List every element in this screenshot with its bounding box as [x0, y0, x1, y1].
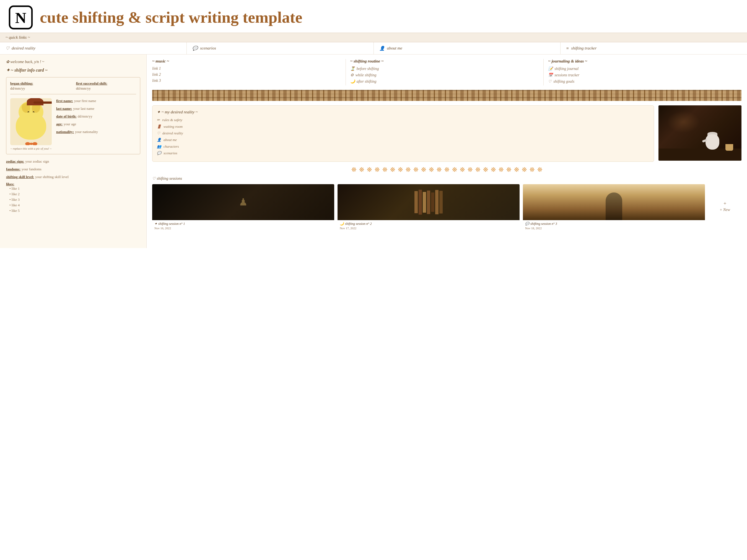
- book-spine: [419, 190, 422, 215]
- about-me-link[interactable]: 👤 about me: [157, 138, 649, 142]
- routine-section-title: ~ shifting routine ~: [350, 59, 539, 63]
- flower-icon: ❊: [475, 166, 480, 174]
- before-shifting-link[interactable]: ⏳ before shifting: [350, 66, 539, 71]
- shifter-info-title: ✦ ~ shifter info card ~: [6, 68, 140, 73]
- fandoms-field: fandoms: your fandoms: [6, 166, 140, 171]
- hourglass-icon: ⏳: [350, 66, 355, 71]
- desired-reality-section: ✦ ~ my desired reality ~ ✏ rules & safet…: [152, 105, 742, 162]
- sessions-tracker-link[interactable]: 📅 sessions tracker: [548, 73, 737, 77]
- session-card-2[interactable]: 🌙 shifting session n° 2 Nov 17, 2022: [337, 184, 520, 232]
- character-fields: first name: your first name last name: y…: [56, 98, 136, 137]
- heart-icon: ♡: [5, 46, 9, 51]
- rules-safety-link[interactable]: ✏ rules & safety: [157, 118, 649, 122]
- quick-link-about-me[interactable]: 👤 about me: [374, 42, 561, 54]
- scene-teapot: [704, 130, 721, 150]
- coffee-scene-image: [659, 105, 742, 161]
- flower-icon: ❊: [406, 166, 411, 174]
- arch-shape: [606, 192, 622, 220]
- nationality-field: nationality: your nationality: [56, 129, 136, 134]
- session-date-2: Nov 17, 2022: [340, 226, 517, 230]
- quick-link-scenarios[interactable]: 💬 scenarios: [187, 42, 374, 54]
- session-chat-icon: 💬: [525, 222, 529, 226]
- character-image-box: ~ replace this with a pic of you! ~: [10, 98, 52, 150]
- session-image-chess: ♟: [152, 184, 334, 220]
- age-field: age: your age: [56, 122, 136, 126]
- moon-icon: 🌙: [350, 79, 355, 84]
- session-name-2: 🌙 shifting session n° 2: [340, 222, 517, 226]
- flower-row: ❊ ❊ ❊ ❊ ❊ ❊ ❊ ❊ ❊ ❊ ❊ ❊ ❊ ❊ ❊ ❊ ❊ ❊ ❊ ❊ …: [152, 166, 742, 174]
- music-link-3[interactable]: link 3: [152, 79, 341, 83]
- dob-field: date of birth: dd/mm/yy: [56, 114, 136, 118]
- journal-icon: 📝: [548, 66, 553, 71]
- teapot-body: [705, 134, 719, 150]
- dog-hat: [27, 98, 44, 105]
- quick-link-desired-reality[interactable]: ♡ desired reality: [0, 42, 187, 54]
- likes-field: likes: like 1 like 2 like 3 like 4 like …: [6, 182, 140, 213]
- flower-icon: ❊: [421, 166, 426, 174]
- plus-icon: +: [723, 201, 726, 207]
- book-spine: [439, 191, 443, 213]
- characters-link[interactable]: 👥 characters: [157, 144, 649, 149]
- after-shifting-link[interactable]: 🌙 after shifting: [350, 79, 539, 84]
- flower-icon: ❊: [359, 166, 364, 174]
- shifting-journal-link[interactable]: 📝 shifting journal: [548, 66, 737, 71]
- session-info-1: ✦ shifting session n° 1 Nov 16, 2022: [152, 220, 334, 232]
- character-placeholder: [10, 98, 52, 145]
- quick-links-bar: ~ quick links ~: [0, 33, 747, 42]
- top-sections: ~ music ~ link 1 link 2 link 3 ~ shiftin…: [152, 59, 742, 85]
- music-section-title: ~ music ~: [152, 59, 341, 63]
- plaid-banner: [152, 90, 742, 101]
- scenarios-link[interactable]: 💬 scenarios: [157, 151, 649, 155]
- sessions-header: ♡ shifting sessions: [152, 176, 742, 181]
- while-shifting-link[interactable]: ⚙ while shifting: [350, 73, 539, 77]
- flower-icon: ❊: [429, 166, 434, 174]
- info-card: began shifting: dd/mm/yy first successfu…: [6, 77, 140, 154]
- characters-icon: 👥: [157, 144, 161, 149]
- desired-reality-link[interactable]: ♡ desired reality: [157, 131, 649, 135]
- session-name-3: 💬 shifting session n° 3: [525, 222, 703, 226]
- flower-icon: ❊: [460, 166, 465, 174]
- dog-body: [16, 112, 46, 140]
- flower-icon: ❊: [498, 166, 504, 174]
- session-card-1[interactable]: ♟ ✦ shifting session n° 1 Nov 16, 2022: [152, 184, 334, 232]
- arch-illustration: [523, 184, 705, 220]
- journaling-section: ~ journaling & ideas ~ 📝 shifting journa…: [544, 59, 742, 85]
- quick-link-shifting-tracker[interactable]: ≡ shifting tracker: [561, 42, 747, 54]
- session-date-3: Nov 18, 2022: [525, 226, 703, 230]
- session-date-1: Nov 16, 2022: [154, 226, 332, 230]
- user-icon: 👤: [379, 46, 385, 51]
- door-icon: 🚪: [157, 125, 161, 129]
- pompom-dog-illustration: [13, 101, 49, 142]
- journaling-section-title: ~ journaling & ideas ~: [548, 59, 737, 63]
- waiting-room-link[interactable]: 🚪 waiting room: [157, 125, 649, 129]
- music-link-1[interactable]: link 1: [152, 66, 341, 71]
- new-session-button[interactable]: + + New: [708, 184, 742, 229]
- flower-icon: ❊: [506, 166, 511, 174]
- book-spine: [427, 190, 430, 214]
- page-title: cute shifting & script writing template: [40, 8, 302, 26]
- desired-reality-card: ✦ ~ my desired reality ~ ✏ rules & safet…: [152, 105, 654, 162]
- list-item: like 5: [9, 209, 140, 213]
- flower-icon: ❊: [452, 166, 457, 174]
- shifting-goals-link[interactable]: ♡ shifting goals: [548, 79, 737, 84]
- notion-logo-icon: N: [8, 5, 33, 30]
- session-info-3: 💬 shifting session n° 3 Nov 18, 2022: [523, 220, 705, 232]
- chat-icon: 💬: [192, 46, 198, 51]
- books-illustration: [337, 184, 520, 220]
- first-name-field: first name: your first name: [56, 98, 136, 103]
- character-section: ~ replace this with a pic of you! ~ firs…: [10, 98, 136, 150]
- flower-icon: ❊: [444, 166, 449, 174]
- info-card-dates: began shifting: dd/mm/yy first successfu…: [10, 81, 136, 94]
- music-link-2[interactable]: link 2: [152, 73, 341, 77]
- flower-icon: ❊: [375, 166, 380, 174]
- session-card-3[interactable]: 💬 shifting session n° 3 Nov 18, 2022: [523, 184, 705, 232]
- session-image-arch: [523, 184, 705, 220]
- bottom-fields: zodiac sign: your zodiac sign fandoms: y…: [6, 159, 140, 213]
- flower-icon: ❊: [382, 166, 387, 174]
- quick-links-row: ♡ desired reality 💬 scenarios 👤 about me…: [0, 42, 747, 54]
- likes-list: like 1 like 2 like 3 like 4 like 5: [6, 186, 140, 213]
- sessions-grid: ♟ ✦ shifting session n° 1 Nov 16, 2022: [152, 184, 742, 232]
- skill-level-field: shifting skill level: your shifting skil…: [6, 174, 140, 179]
- list-item: like 1: [9, 186, 140, 191]
- about-me-user-icon: 👤: [157, 138, 161, 142]
